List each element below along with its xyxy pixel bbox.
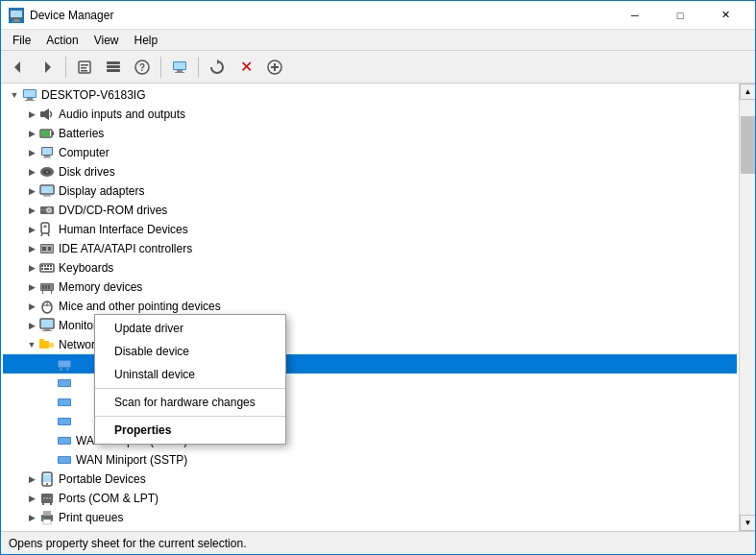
tree-item-mice[interactable]: ▶ Mice and other pointing devices bbox=[3, 297, 737, 316]
print-expand-icon[interactable]: ▶ bbox=[24, 510, 39, 525]
menu-help[interactable]: Help bbox=[127, 30, 166, 51]
memory-label: Memory devices bbox=[59, 280, 142, 294]
svg-rect-40 bbox=[41, 186, 53, 193]
svg-rect-62 bbox=[44, 268, 49, 270]
scroll-thumb[interactable] bbox=[741, 116, 755, 174]
svg-rect-78 bbox=[39, 341, 49, 349]
svg-rect-60 bbox=[50, 265, 52, 267]
netcard1-icon bbox=[57, 356, 72, 372]
audio-expand-icon[interactable]: ▶ bbox=[24, 107, 39, 122]
svg-rect-94 bbox=[59, 457, 70, 463]
tree-item-hid[interactable]: ▶ Human Interface Devices bbox=[3, 220, 737, 239]
ide-expand-icon[interactable]: ▶ bbox=[24, 241, 39, 256]
context-disable-device[interactable]: Disable device bbox=[95, 340, 285, 363]
svg-rect-25 bbox=[27, 98, 33, 100]
tree-item-ide[interactable]: ▶ IDE ATA/ATAPI controllers bbox=[3, 239, 737, 258]
add-button[interactable] bbox=[261, 54, 288, 81]
tree-item-memory[interactable]: ▶ Memory devices bbox=[3, 278, 737, 297]
svg-rect-35 bbox=[43, 157, 51, 158]
minimize-button[interactable]: ─ bbox=[613, 1, 657, 30]
keyboards-expand-icon[interactable]: ▶ bbox=[24, 260, 39, 276]
computer-item-icon bbox=[39, 145, 55, 160]
device-mgr-button[interactable] bbox=[166, 54, 193, 81]
netcard2-icon bbox=[57, 375, 72, 391]
svg-point-38 bbox=[46, 171, 49, 173]
tree-item-computer[interactable]: ▶ Computer bbox=[3, 143, 737, 162]
ide-icon bbox=[39, 241, 55, 256]
tree-item-ports[interactable]: ▶ Ports (COM & LPT) bbox=[3, 489, 737, 508]
portable-expand-icon[interactable]: ▶ bbox=[24, 471, 39, 487]
tree-item-keyboards[interactable]: ▶ Keyboards bbox=[3, 258, 737, 278]
netcard6-icon bbox=[57, 452, 72, 468]
root-label: DESKTOP-V6183IG bbox=[41, 88, 146, 102]
scan-button[interactable] bbox=[204, 54, 231, 81]
svg-rect-47 bbox=[41, 223, 49, 233]
dvd-label: DVD/CD-ROM drives bbox=[59, 204, 167, 217]
svg-rect-102 bbox=[42, 503, 44, 505]
context-update-driver[interactable]: Update driver bbox=[95, 317, 285, 340]
tree-root[interactable]: ▼ DESKTOP-V6183IG bbox=[3, 85, 737, 105]
svg-rect-10 bbox=[107, 61, 120, 64]
menu-view[interactable]: View bbox=[86, 30, 127, 51]
tree-item-disk[interactable]: ▶ Disk drives bbox=[3, 162, 737, 181]
svg-point-97 bbox=[46, 483, 48, 485]
scroll-down-arrow[interactable]: ▼ bbox=[740, 515, 755, 531]
context-scan-hardware[interactable]: Scan for hardware changes bbox=[95, 391, 285, 414]
help-button[interactable]: ? bbox=[129, 54, 156, 81]
tree-item-net6[interactable]: WAN Miniport (SSTP) bbox=[3, 450, 737, 470]
close-button[interactable]: ✕ bbox=[703, 1, 747, 30]
delete-button[interactable]: ✕ bbox=[232, 54, 259, 81]
tree-item-display[interactable]: ▶ Display adapters bbox=[3, 181, 737, 201]
batteries-expand-icon[interactable]: ▶ bbox=[24, 126, 39, 141]
hid-label: Human Interface Devices bbox=[59, 223, 188, 236]
monitors-expand-icon[interactable]: ▶ bbox=[24, 318, 39, 333]
tree-item-portable[interactable]: ▶ Portable Devices bbox=[3, 470, 737, 489]
main-content: ▼ DESKTOP-V6183IG ▶ bbox=[1, 84, 755, 531]
svg-rect-2 bbox=[12, 21, 21, 22]
tree-item-audio[interactable]: ▶ Audio inputs and outputs bbox=[3, 105, 737, 124]
tree-item-batteries[interactable]: ▶ Batteries bbox=[3, 124, 737, 143]
mice-expand-icon[interactable]: ▶ bbox=[24, 299, 39, 314]
display-expand-icon[interactable]: ▶ bbox=[24, 183, 39, 199]
tree-panel[interactable]: ▼ DESKTOP-V6183IG ▶ bbox=[1, 84, 739, 531]
disk-label: Disk drives bbox=[59, 165, 115, 179]
toolbar: ? ✕ bbox=[1, 51, 755, 84]
svg-rect-106 bbox=[43, 519, 51, 524]
maximize-button[interactable]: □ bbox=[658, 1, 702, 30]
device-manager-window: Device Manager ─ □ ✕ File Action View He… bbox=[0, 0, 756, 555]
network-expand-icon[interactable]: ▼ bbox=[24, 337, 39, 352]
context-properties[interactable]: Properties bbox=[95, 419, 285, 442]
disk-expand-icon[interactable]: ▶ bbox=[24, 164, 39, 180]
svg-point-45 bbox=[48, 209, 50, 211]
tree-item-dvd[interactable]: ▶ DVD/CD-ROM drives bbox=[3, 201, 737, 220]
root-expand-icon[interactable]: ▼ bbox=[7, 87, 22, 103]
menu-file[interactable]: File bbox=[5, 30, 38, 51]
svg-rect-75 bbox=[41, 320, 53, 327]
svg-point-100 bbox=[46, 497, 48, 499]
svg-rect-46 bbox=[41, 209, 46, 210]
memory-icon bbox=[39, 279, 55, 295]
scroll-up-arrow[interactable]: ▲ bbox=[740, 84, 755, 100]
back-button[interactable] bbox=[5, 54, 32, 81]
computer-expand-icon[interactable]: ▶ bbox=[24, 145, 39, 160]
svg-rect-31 bbox=[41, 131, 50, 136]
menu-action[interactable]: Action bbox=[38, 30, 85, 51]
svg-rect-80 bbox=[49, 343, 54, 348]
netcard5-icon bbox=[57, 433, 72, 448]
svg-rect-79 bbox=[39, 339, 44, 342]
svg-line-50 bbox=[41, 233, 42, 236]
context-uninstall-device[interactable]: Uninstall device bbox=[95, 363, 285, 386]
view-button[interactable] bbox=[100, 54, 127, 81]
forward-button[interactable] bbox=[34, 54, 61, 81]
hid-expand-icon[interactable]: ▶ bbox=[24, 222, 39, 237]
memory-expand-icon[interactable]: ▶ bbox=[24, 279, 39, 295]
app-icon bbox=[9, 8, 24, 23]
svg-rect-9 bbox=[81, 70, 87, 72]
ports-expand-icon[interactable]: ▶ bbox=[24, 491, 39, 506]
svg-rect-92 bbox=[59, 438, 70, 444]
vertical-scrollbar[interactable]: ▲ ▼ bbox=[739, 84, 755, 531]
tree-item-print[interactable]: ▶ Print queues bbox=[3, 508, 737, 527]
net1-label: ​ bbox=[76, 357, 80, 371]
dvd-expand-icon[interactable]: ▶ bbox=[24, 203, 39, 218]
properties-button[interactable] bbox=[71, 54, 98, 81]
